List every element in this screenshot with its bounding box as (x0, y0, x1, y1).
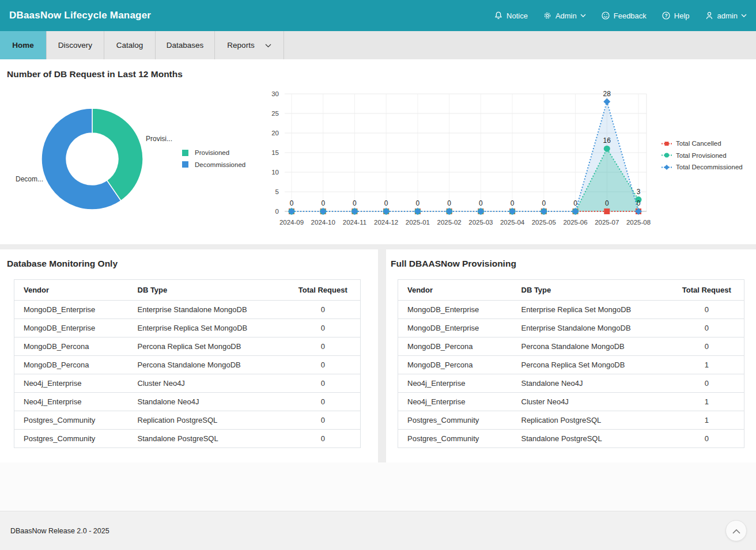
svg-text:20: 20 (271, 130, 279, 136)
admin-menu-button[interactable]: Admin (543, 11, 586, 20)
monitoring-table-title: Database Monitoring Only (0, 249, 378, 269)
table-row: MongoDB_EnterpriseEnterprise Replica Set… (14, 319, 361, 337)
legend-item-total-decommissioned[interactable]: Total Decommissioned (662, 161, 743, 173)
svg-text:5: 5 (275, 188, 279, 195)
table-cell: Standalone PostgreSQL (512, 430, 670, 448)
table-row: Postgres_CommunityStandalone PostgreSQL0 (14, 430, 361, 448)
legend-label: Provisioned (195, 149, 229, 156)
tab-catalog[interactable]: Catalog (104, 31, 156, 59)
table-cell: 0 (286, 430, 361, 448)
table-row: MongoDB_PerconaPercona Standalone MongoD… (398, 337, 744, 356)
admin-menu-label: Admin (555, 12, 577, 20)
table-cell: Enterprise Replica Set MongoDB (128, 319, 286, 337)
donut-chart (41, 108, 143, 210)
table-cell: 0 (286, 337, 361, 356)
table-cell: 0 (286, 319, 361, 337)
table-cell: 1 (670, 393, 744, 411)
table-cell: Percona Standalone MongoDB (128, 356, 286, 374)
svg-text:2025-07: 2025-07 (595, 219, 619, 226)
tab-databases[interactable]: Databases (156, 31, 215, 59)
app-title: DBaasNow Lifecycle Manager (9, 10, 151, 21)
table-cell: MongoDB_Enterprise (398, 319, 512, 337)
table-cell: Percona Standalone MongoDB (512, 337, 670, 356)
svg-text:2024-11: 2024-11 (343, 219, 366, 226)
table-cell: Replication PostgreSQL (512, 411, 670, 430)
data-point[interactable] (604, 208, 610, 214)
tables-row: Database Monitoring Only VendorDB TypeTo… (0, 249, 756, 462)
table-header-row: VendorDB TypeTotal Request (398, 280, 744, 301)
data-point[interactable] (603, 98, 610, 105)
table-cell: 0 (286, 393, 361, 411)
table-row: MongoDB_PerconaPercona Standalone MongoD… (14, 356, 361, 374)
svg-text:0: 0 (479, 199, 483, 207)
table-cell: MongoDB_Percona (14, 337, 128, 356)
table-cell: 1 (670, 356, 744, 374)
table-cell: MongoDB_Percona (398, 337, 512, 356)
table-cell: Enterprise Replica Set MongoDB (512, 301, 670, 319)
table-cell: Standalone Neo4J (128, 393, 286, 411)
provisioning-table-title: Full DBAASNow Provisioning (386, 249, 756, 269)
scroll-to-top-button[interactable] (725, 520, 747, 541)
svg-text:30: 30 (271, 90, 279, 97)
tab-reports[interactable]: Reports (215, 31, 284, 59)
app-header: DBaasNow Lifecycle Manager Notice Admin … (0, 0, 756, 31)
provisioning-table: VendorDB TypeTotal Request MongoDB_Enter… (398, 279, 744, 448)
svg-text:16: 16 (603, 136, 611, 145)
table-cell: MongoDB_Percona (14, 356, 128, 374)
table-cell: Postgres_Community (14, 411, 128, 430)
chevron-down-icon (580, 14, 586, 17)
chevron-up-icon (732, 526, 740, 536)
help-label: Help (674, 12, 690, 20)
table-row: Postgres_CommunityReplication PostgreSQL… (398, 411, 744, 430)
tab-discovery[interactable]: Discovery (47, 31, 104, 59)
bell-icon (494, 11, 503, 20)
legend-item-decommissioned[interactable]: Decommissioned (180, 159, 245, 171)
legend-item-provisioned[interactable]: Provisioned (180, 147, 245, 159)
main-tabbar: Home Discovery Catalog Databases Reports (0, 31, 756, 59)
svg-text:0: 0 (321, 199, 325, 207)
legend-label: Total Decommissioned (676, 164, 743, 170)
svg-text:3: 3 (637, 188, 641, 196)
svg-text:2025-08: 2025-08 (626, 219, 651, 226)
table-cell: 0 (286, 301, 361, 319)
section-divider (0, 244, 756, 249)
help-button[interactable]: ? Help (662, 11, 690, 20)
tab-discovery-label: Discovery (58, 41, 92, 50)
line-chart: 0510152025302024-092024-102024-112024-12… (262, 86, 651, 230)
swatch-marker-icon (180, 150, 191, 156)
table-cell: Neo4j_Enterprise (398, 393, 512, 411)
column-header: Total Request (286, 280, 361, 301)
tab-home[interactable]: Home (0, 31, 47, 59)
tab-home-label: Home (12, 41, 34, 50)
db-request-chart-card: Number of DB Request in Last 12 Months P… (0, 59, 756, 244)
svg-text:2025-05: 2025-05 (532, 219, 556, 226)
table-row: MongoDB_EnterpriseEnterprise Standalone … (398, 319, 744, 337)
person-icon (705, 11, 714, 20)
svg-text:25: 25 (271, 110, 279, 117)
table-row: Neo4j_EnterpriseCluster Neo4J1 (398, 393, 744, 411)
tab-databases-label: Databases (167, 41, 204, 50)
table-cell: MongoDB_Enterprise (14, 319, 128, 337)
table-cell: Cluster Neo4J (128, 374, 286, 393)
legend-item-total-cancelled[interactable]: Total Cancelled (662, 138, 743, 150)
table-row: MongoDB_EnterpriseEnterprise Replica Set… (398, 301, 744, 319)
feedback-button[interactable]: Feedback (601, 11, 647, 20)
data-point[interactable] (604, 146, 610, 152)
svg-text:0: 0 (384, 199, 388, 207)
notice-button[interactable]: Notice (494, 11, 528, 20)
column-header: DB Type (128, 280, 286, 301)
table-cell: Neo4j_Enterprise (398, 374, 512, 393)
user-menu-button[interactable]: admin (705, 11, 747, 20)
legend-label: Decommissioned (195, 161, 245, 168)
table-cell: 0 (670, 374, 744, 393)
chevron-down-icon (265, 41, 271, 50)
donut-label-provisioned: Provisi... (146, 135, 172, 143)
svg-text:2025-04: 2025-04 (500, 219, 525, 226)
table-row: Neo4j_EnterpriseStandalone Neo4J0 (398, 374, 744, 393)
table-cell: Enterprise Standalone MongoDB (512, 319, 670, 337)
table-row: MongoDB_PerconaPercona Replica Set Mongo… (398, 356, 744, 374)
table-cell: Neo4j_Enterprise (14, 393, 128, 411)
table-cell: Replication PostgreSQL (128, 411, 286, 430)
svg-text:10: 10 (271, 169, 279, 176)
legend-item-total-provisioned[interactable]: Total Provisioned (662, 150, 743, 162)
